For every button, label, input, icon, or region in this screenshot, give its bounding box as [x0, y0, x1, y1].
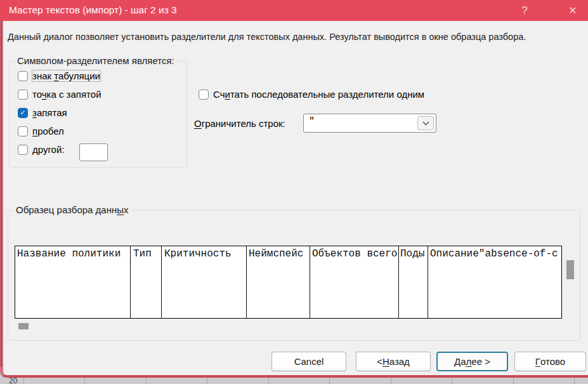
- preview-column-header: Описание"absence-of-c: [430, 248, 558, 260]
- help-button[interactable]: ?: [511, 0, 539, 21]
- column-divider[interactable]: [398, 246, 399, 318]
- preview-column-header: Критичность: [164, 248, 232, 260]
- semicolon-delimiter-checkbox[interactable]: [18, 89, 28, 100]
- column-divider[interactable]: [246, 246, 247, 318]
- other-delimiter-input[interactable]: [79, 143, 108, 161]
- checkbox-row-comma-delimiter[interactable]: запятая: [18, 107, 67, 118]
- other-delimiter-checkbox[interactable]: [18, 145, 28, 155]
- chevron-down-icon: [422, 121, 429, 126]
- preview-column-header: Название политики: [17, 248, 121, 260]
- consecutive-delimiters-checkbox[interactable]: [199, 89, 209, 100]
- next-button[interactable]: Далее >: [436, 352, 508, 371]
- preview-column-header: Поды: [400, 248, 424, 260]
- tab-delimiter-label: знак табуляции: [32, 70, 100, 81]
- column-divider[interactable]: [130, 246, 131, 318]
- preview-column-header: Объектов всего: [312, 248, 397, 260]
- comma-delimiter-label: запятая: [32, 107, 67, 118]
- text-qualifier-label: Ограничитель строк:: [194, 118, 285, 129]
- help-icon: ?: [521, 4, 527, 17]
- back-button[interactable]: < Назад: [356, 352, 431, 371]
- dialog-title: Мастер текстов (импорт) - шаг 2 из 3: [9, 4, 177, 16]
- space-delimiter-label: пробел: [32, 126, 64, 136]
- delimiters-groupbox-legend: Символом-разделителем является:: [14, 55, 178, 66]
- screen: 20 Мастер текстов (импорт) - шаг 2 из 3 …: [0, 0, 588, 384]
- column-divider[interactable]: [310, 246, 310, 318]
- cancel-button[interactable]: Cancel: [271, 352, 346, 371]
- data-preview-table[interactable]: Название политики Тип Критичность Неймсп…: [15, 246, 562, 319]
- checkbox-row-tab-delimiter[interactable]: знак табуляции: [18, 70, 100, 81]
- checkbox-row-semicolon-delimiter[interactable]: точка с запятой: [18, 89, 101, 100]
- finish-button[interactable]: Готово: [514, 352, 586, 371]
- column-divider[interactable]: [428, 246, 428, 318]
- text-qualifier-dropdown-button[interactable]: [417, 116, 434, 130]
- dialog-left-border: [1, 21, 2, 367]
- checkbox-row-space-delimiter[interactable]: пробел: [18, 126, 64, 136]
- title-bar[interactable]: Мастер текстов (импорт) - шаг 2 из 3 ? ✕: [0, 0, 588, 21]
- preview-groupbox-legend: Образец разбора данных: [13, 204, 132, 215]
- close-button[interactable]: ✕: [559, 0, 587, 21]
- checkbox-row-other-delimiter[interactable]: другой:: [18, 144, 64, 155]
- text-qualifier-value: ": [309, 116, 315, 127]
- tab-delimiter-checkbox[interactable]: [18, 71, 28, 81]
- preview-column-header: Тип: [133, 248, 152, 260]
- semicolon-delimiter-label: точка с запятой: [32, 89, 101, 100]
- preview-column-header: Неймспейс: [249, 248, 303, 260]
- text-qualifier-combobox[interactable]: ": [303, 114, 436, 133]
- vertical-scrollbar-thumb[interactable]: [566, 260, 574, 279]
- column-divider[interactable]: [161, 246, 162, 318]
- comma-delimiter-checkbox[interactable]: [18, 108, 28, 118]
- other-delimiter-label: другой:: [32, 144, 64, 155]
- space-delimiter-checkbox[interactable]: [18, 126, 28, 136]
- horizontal-scrollbar-thumb[interactable]: [18, 323, 29, 329]
- dialog-description: Данный диалог позволяет установить разде…: [8, 32, 526, 42]
- checkbox-row-consecutive-delimiters[interactable]: Считать последовательные разделители одн…: [199, 89, 424, 100]
- close-icon: ✕: [568, 4, 577, 17]
- consecutive-delimiters-label: Считать последовательные разделители одн…: [213, 89, 424, 100]
